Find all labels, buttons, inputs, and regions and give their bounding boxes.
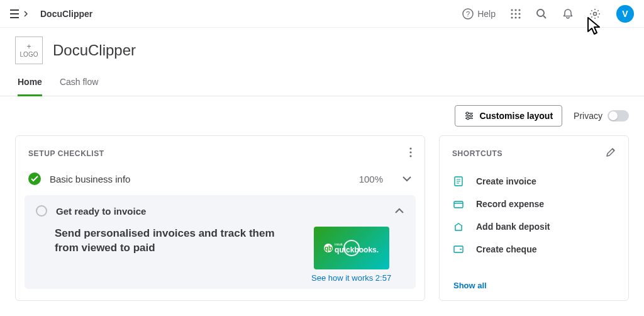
svg-point-15: [470, 115, 473, 117]
check-open-icon: [36, 205, 47, 217]
svg-point-10: [518, 16, 520, 18]
card-menu-button[interactable]: [409, 147, 412, 160]
setup-checklist-title: SETUP CHECKLIST: [28, 149, 104, 158]
play-icon: [343, 240, 360, 256]
checklist-item-basic-info[interactable]: Basic business info 100%: [16, 165, 425, 193]
svg-point-9: [514, 16, 516, 18]
page-header: + LOGO DocuClipper: [0, 28, 644, 71]
svg-point-6: [514, 13, 516, 14]
svg-line-12: [543, 16, 546, 18]
help-icon: ?: [462, 8, 474, 20]
shortcut-add-bank-deposit[interactable]: Add bank deposit: [445, 215, 623, 238]
notifications-icon[interactable]: [562, 8, 574, 20]
svg-point-17: [409, 147, 411, 149]
shortcut-label: Create invoice: [476, 176, 536, 186]
topbar: DocuClipper ? Help V: [0, 0, 644, 28]
shortcut-create-invoice[interactable]: Create invoice: [445, 170, 623, 193]
pencil-icon: [606, 147, 616, 157]
apps-icon[interactable]: [511, 9, 521, 19]
checklist-item-label: Basic business info: [50, 174, 350, 184]
logo-placeholder[interactable]: + LOGO: [15, 37, 43, 64]
help-label: Help: [477, 9, 496, 19]
svg-point-18: [409, 151, 411, 153]
company-name: DocuClipper: [53, 42, 136, 59]
logo-plus: +: [26, 43, 31, 51]
layout-toolbar: Customise layout Privacy: [0, 96, 644, 133]
svg-rect-21: [454, 201, 463, 208]
shortcut-label: Add bank deposit: [476, 222, 550, 232]
shortcuts-card: SHORTCUTS Create invoice Record expense …: [439, 135, 629, 301]
video-thumbnail[interactable]: qb intuit quickbooks.: [314, 227, 389, 269]
svg-text:?: ?: [466, 10, 470, 18]
promo-headline: Send personalised invoices and track the…: [55, 227, 300, 256]
invoice-icon: [453, 176, 464, 186]
shortcut-create-cheque[interactable]: Create cheque: [445, 238, 623, 261]
tab-home[interactable]: Home: [18, 71, 42, 96]
svg-point-2: [511, 9, 513, 11]
svg-point-8: [511, 16, 513, 18]
help-button[interactable]: ? Help: [462, 8, 496, 20]
svg-point-14: [467, 112, 469, 115]
edit-shortcuts-button[interactable]: [606, 147, 616, 160]
kebab-icon: [409, 147, 412, 157]
avatar[interactable]: V: [616, 5, 634, 23]
brand-name: DocuClipper: [40, 9, 92, 19]
settings-icon[interactable]: [589, 8, 601, 20]
shortcut-record-expense[interactable]: Record expense: [445, 193, 623, 215]
shortcut-label: Record expense: [476, 199, 544, 209]
svg-point-19: [409, 155, 411, 157]
show-all-link[interactable]: Show all: [440, 263, 628, 300]
setup-checklist-card: SETUP CHECKLIST Basic business info 100%…: [15, 135, 425, 301]
shortcuts-title: SHORTCUTS: [452, 149, 502, 158]
privacy-label: Privacy: [574, 111, 602, 121]
search-icon[interactable]: [536, 8, 547, 20]
menu-toggle[interactable]: [10, 9, 28, 18]
svg-point-11: [537, 9, 544, 16]
svg-point-4: [518, 9, 520, 11]
svg-point-3: [514, 9, 516, 11]
chevron-up-icon[interactable]: [394, 205, 404, 217]
svg-point-13: [594, 12, 597, 15]
video-link[interactable]: See how it works 2:57: [311, 273, 391, 283]
svg-point-16: [467, 117, 470, 120]
expense-icon: [453, 199, 464, 209]
sliders-icon: [464, 111, 474, 120]
shortcut-label: Create cheque: [476, 244, 536, 254]
tab-cash-flow[interactable]: Cash flow: [60, 71, 98, 96]
checklist-item-label: Get ready to invoice: [56, 206, 386, 217]
check-complete-icon: [28, 172, 41, 185]
checklist-item-percent: 100%: [359, 174, 383, 184]
main-tabs: Home Cash flow: [0, 71, 644, 96]
privacy-toggle[interactable]: [608, 110, 629, 121]
customise-layout-button[interactable]: Customise layout: [455, 105, 562, 127]
privacy-toggle-group: Privacy: [574, 110, 629, 121]
cheque-icon: [453, 244, 464, 254]
checklist-item-invoice-expanded: Get ready to invoice Send personalised i…: [25, 195, 416, 289]
logo-text: LOGO: [20, 51, 38, 58]
svg-point-5: [511, 13, 513, 14]
svg-point-7: [518, 13, 520, 14]
deposit-icon: [453, 222, 464, 232]
chevron-down-icon[interactable]: [402, 173, 412, 184]
